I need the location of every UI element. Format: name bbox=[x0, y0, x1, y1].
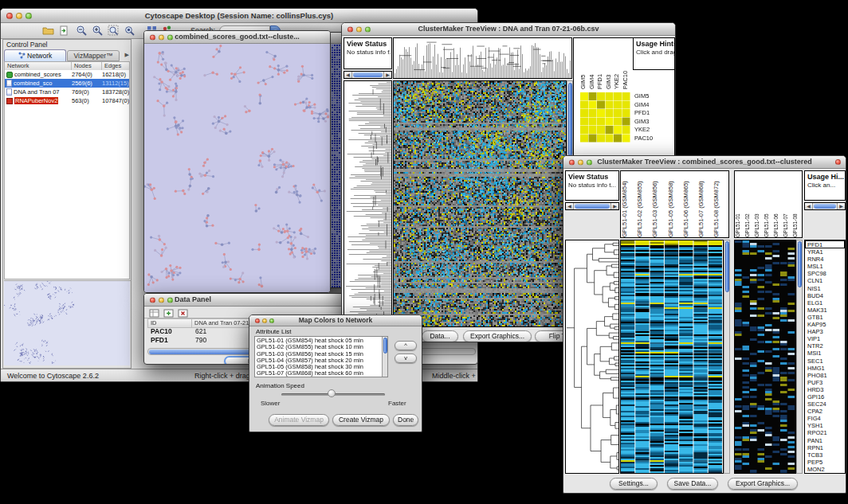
network-row-selected[interactable]: combined_sco 2569(6) 13112(15) bbox=[5, 79, 129, 88]
network-overview[interactable] bbox=[4, 280, 132, 366]
network-canvas[interactable] bbox=[144, 44, 330, 293]
heatmap-canvas[interactable] bbox=[394, 81, 566, 326]
zoom-selected-icon[interactable] bbox=[124, 25, 136, 37]
minimize-icon[interactable] bbox=[578, 159, 583, 165]
scroll-thumb[interactable] bbox=[568, 83, 572, 156]
close-icon[interactable] bbox=[6, 13, 13, 19]
network-row[interactable]: DNA and Tran 07 769(0) 183728(0) bbox=[5, 88, 129, 96]
heatmap-panel[interactable] bbox=[393, 80, 567, 327]
settings-button[interactable]: Settings... bbox=[610, 478, 658, 490]
column-dendrogram-panel[interactable] bbox=[393, 37, 572, 79]
tab-network[interactable]: Network bbox=[4, 49, 66, 61]
export-graphics-button[interactable]: Export Graphics... bbox=[463, 330, 532, 342]
row-dendrogram-panel[interactable] bbox=[344, 80, 392, 327]
dendrogram-h-scrollbar[interactable]: ◀ ▶ bbox=[344, 71, 392, 79]
attribute-list-scrollbar[interactable] bbox=[382, 337, 387, 377]
move-up-button[interactable]: ^ bbox=[395, 341, 417, 350]
open-session-icon[interactable] bbox=[42, 25, 55, 37]
network-icon bbox=[6, 72, 13, 78]
export-graphics-button[interactable]: Export Graphics... bbox=[728, 478, 798, 490]
close-icon[interactable] bbox=[150, 34, 155, 40]
row-dendrogram-panel[interactable] bbox=[565, 240, 619, 474]
column-dendrogram-canvas[interactable] bbox=[394, 38, 571, 78]
minimize-icon[interactable] bbox=[16, 13, 22, 19]
minimize-icon[interactable] bbox=[262, 318, 267, 323]
close-icon[interactable] bbox=[255, 318, 260, 323]
secondary-heatmap-v-scrollbar[interactable] bbox=[796, 240, 803, 474]
minimize-icon[interactable] bbox=[356, 26, 362, 32]
col-edges[interactable]: Edges bbox=[102, 62, 130, 70]
main-heatmap-v-scrollbar[interactable] bbox=[724, 240, 730, 474]
network-row[interactable]: combined_scores 2764(0) 16218(0) bbox=[5, 70, 129, 79]
close-icon[interactable] bbox=[150, 297, 155, 303]
maximize-icon[interactable] bbox=[269, 318, 274, 323]
create-vizmap-button[interactable]: Create Vizmap bbox=[332, 414, 390, 426]
done-button[interactable]: Done bbox=[393, 414, 418, 426]
scroll-left-icon[interactable]: ◀ bbox=[805, 203, 813, 209]
window-controls bbox=[347, 26, 371, 32]
alert-close-icon[interactable] bbox=[835, 159, 841, 165]
network-view-title-bar[interactable]: combined_scores_good.txt--cluste... bbox=[144, 31, 330, 44]
zoom-out-icon[interactable] bbox=[76, 25, 88, 37]
scroll-right-icon[interactable]: ▶ bbox=[383, 72, 391, 78]
network-file-icon bbox=[6, 80, 12, 87]
zoom-in-icon[interactable] bbox=[92, 25, 104, 37]
maximize-icon[interactable] bbox=[26, 13, 32, 19]
gene-labels-panel[interactable]: PFD1 YRA1 RNR4 MSL1 SPC98 CLN1 NIS1 BUD4… bbox=[804, 240, 846, 474]
network-row[interactable]: RNAPuberNov2 563(0) 107847(0) bbox=[5, 96, 129, 105]
scroll-thumb[interactable] bbox=[814, 204, 836, 209]
minimize-icon[interactable] bbox=[159, 297, 164, 303]
main-title-bar[interactable]: Cytoscape Desktop (Session Name: collins… bbox=[1, 9, 477, 23]
scroll-thumb[interactable] bbox=[575, 204, 610, 209]
main-heatmap-panel[interactable] bbox=[620, 240, 724, 474]
maximize-icon[interactable] bbox=[365, 26, 371, 32]
save-data-button[interactable]: Save Data... bbox=[667, 478, 718, 490]
correlation-matrix-canvas[interactable] bbox=[580, 92, 630, 143]
col-label: GPL51-06 bbox=[774, 173, 783, 237]
dialog-title-bar[interactable]: Map Colors to Network bbox=[249, 315, 422, 326]
maximize-icon[interactable] bbox=[167, 297, 173, 303]
zoom-fit-icon[interactable] bbox=[108, 25, 120, 37]
maximize-icon[interactable] bbox=[167, 34, 173, 40]
row-dendrogram-canvas[interactable] bbox=[566, 240, 618, 473]
network-overview-canvas[interactable] bbox=[4, 281, 130, 365]
import-network-icon[interactable] bbox=[58, 25, 71, 37]
minimize-icon[interactable] bbox=[159, 34, 164, 40]
tab-vizmapper[interactable]: VizMapper™ bbox=[67, 50, 120, 61]
attribute-list-label: Attribute List bbox=[256, 328, 291, 335]
secondary-heatmap-canvas[interactable] bbox=[735, 240, 795, 473]
scroll-thumb[interactable] bbox=[798, 241, 802, 287]
main-heatmap-canvas[interactable] bbox=[621, 240, 723, 473]
scroll-thumb[interactable] bbox=[725, 241, 729, 292]
scroll-left-icon[interactable]: ◀ bbox=[344, 72, 352, 78]
col-label: GPL51-05 bbox=[764, 173, 774, 237]
tab-overflow-icon[interactable]: ▶ bbox=[125, 52, 129, 58]
attribute-list-items[interactable]: GPL51-01 (GSM854) heat shock 05 min GPL5… bbox=[255, 337, 387, 377]
slower-label: Slower bbox=[261, 400, 280, 407]
close-icon[interactable] bbox=[569, 159, 575, 165]
matrix-col-label: PAC10 bbox=[622, 40, 631, 89]
secondary-heatmap-panel[interactable] bbox=[734, 240, 796, 474]
tab-vizmapper-label: VizMapper™ bbox=[74, 52, 113, 60]
animate-vizmap-button[interactable]: Animate Vizmap bbox=[269, 414, 329, 426]
matrix-column-labels: GIM5 GIM4 PFD1 GIM3 YKE2 PAC10 bbox=[580, 40, 630, 89]
save-data-button[interactable]: Data... bbox=[422, 330, 458, 342]
treeview2-title-bar[interactable]: ClusterMaker TreeView : combined_scores_… bbox=[563, 156, 846, 169]
slider-thumb[interactable] bbox=[328, 389, 336, 397]
scroll-left-icon[interactable]: ◀ bbox=[566, 203, 574, 209]
maximize-icon[interactable] bbox=[587, 159, 592, 165]
close-icon[interactable] bbox=[347, 26, 353, 32]
attribute-list[interactable]: GPL51-01 (GSM854) heat shock 05 min GPL5… bbox=[254, 336, 388, 377]
scroll-right-icon[interactable]: ▶ bbox=[610, 203, 618, 209]
row-dendrogram-canvas[interactable] bbox=[344, 81, 391, 326]
scroll-thumb[interactable] bbox=[383, 338, 387, 354]
usage-hints-text: Click an... bbox=[805, 181, 845, 189]
scroll-thumb[interactable] bbox=[353, 72, 383, 77]
col-nodes[interactable]: Nodes bbox=[72, 62, 102, 70]
labels-h-scrollbar[interactable]: ◀ ▶ bbox=[804, 202, 846, 210]
treeview1-title-bar[interactable]: ClusterMaker TreeView : DNA and Tran 07-… bbox=[342, 23, 675, 36]
dendrogram-h-scrollbar[interactable]: ◀ ▶ bbox=[565, 202, 619, 210]
col-network[interactable]: Network bbox=[5, 62, 72, 70]
scroll-right-icon[interactable]: ▶ bbox=[837, 203, 845, 209]
move-down-button[interactable]: v bbox=[395, 354, 417, 363]
